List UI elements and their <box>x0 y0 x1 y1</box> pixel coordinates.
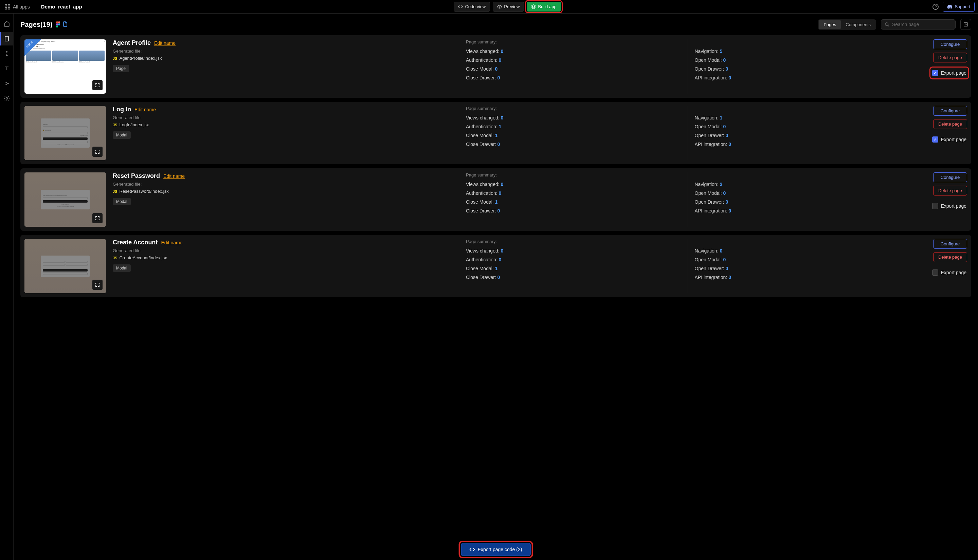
page-type-chip: Page <box>113 65 129 72</box>
rail-pages[interactable] <box>0 32 13 45</box>
delete-page-button[interactable]: Delete page <box>933 53 967 62</box>
discord-icon <box>947 4 953 9</box>
search-wrap <box>881 19 956 30</box>
configure-button[interactable]: Configure <box>933 172 967 182</box>
rail-workflow[interactable] <box>0 77 13 90</box>
svg-rect-2 <box>5 7 7 9</box>
stat-api-integration: API integration: 0 <box>695 208 916 213</box>
home-badge: Home <box>25 39 42 56</box>
export-checkbox[interactable] <box>932 203 938 209</box>
code-view-label: Code view <box>465 4 486 9</box>
svg-point-11 <box>58 23 60 25</box>
export-code-label: Export page code (2) <box>478 547 522 552</box>
stats-right-col: Navigation: 5 Open Modal: 0 Open Drawer:… <box>688 39 916 94</box>
search-icon <box>885 22 890 27</box>
page-info: Agent Profile Edit name Generated file: … <box>113 39 459 94</box>
expand-icon[interactable] <box>92 280 103 290</box>
js-icon: JS <box>113 256 117 260</box>
svg-point-13 <box>885 23 888 26</box>
content-header: Pages(19) <box>13 13 978 35</box>
page-actions: Configure Delete page Export page <box>923 172 967 227</box>
page-stats: Page summary: Views changed: 0 Authentic… <box>466 106 916 160</box>
export-checkbox[interactable]: ✓ <box>932 137 938 143</box>
generated-file-path: JS LogIn/index.jsx <box>113 122 459 127</box>
rail-settings[interactable] <box>0 92 13 105</box>
delete-page-button[interactable]: Delete page <box>933 186 967 195</box>
svg-rect-5 <box>5 36 8 41</box>
stat-views-changed: Views changed: 0 <box>466 115 688 120</box>
page-stats: Page summary: Views changed: 0 Authentic… <box>466 239 916 293</box>
header-center: Code view Preview Build app <box>454 2 561 12</box>
rail-integrations[interactable] <box>0 47 13 60</box>
page-thumbnail[interactable]: Create Account× ☐ I agree to all Terms &… <box>25 239 106 293</box>
preview-button[interactable]: Preview <box>493 2 524 12</box>
svg-point-10 <box>56 23 58 25</box>
stat-api-integration: API integration: 0 <box>695 142 916 147</box>
export-page-label: Export page <box>941 70 967 76</box>
header-right: ? Support <box>933 2 975 12</box>
expand-icon[interactable] <box>92 80 103 90</box>
generated-file-path: JS CreateAccount/index.jsx <box>113 255 459 260</box>
edit-name-link[interactable]: Edit name <box>164 173 185 179</box>
help-icon[interactable]: ? <box>933 4 939 10</box>
stat-open-drawer: Open Drawer: 0 <box>695 66 916 72</box>
rail-home[interactable] <box>0 17 13 30</box>
stat-close-drawer: Close Drawer: 0 <box>466 75 688 80</box>
page-list[interactable]: Home ⬡HomeListAgentsPropertyBlogSearch● … <box>13 35 978 560</box>
generated-file-label: Generated file: <box>113 115 459 120</box>
app-title: Demo_react_app <box>41 4 82 10</box>
export-page-code-button[interactable]: Export page code (2) <box>461 543 531 556</box>
page-thumbnail[interactable]: Home ⬡HomeListAgentsPropertyBlogSearch● … <box>25 39 106 94</box>
stat-api-integration: API integration: 0 <box>695 75 916 80</box>
js-icon: JS <box>113 56 117 60</box>
export-bar: Export page code (2) <box>461 543 531 556</box>
expand-icon[interactable] <box>92 147 103 157</box>
edit-name-link[interactable]: Edit name <box>135 107 156 112</box>
stats-right-col: Navigation: 0 Open Modal: 0 Open Drawer:… <box>688 239 916 293</box>
export-checkbox[interactable] <box>932 270 938 276</box>
export-checkbox[interactable]: ✓ <box>932 70 938 76</box>
page-settings-button[interactable] <box>960 19 971 30</box>
page-summary-label: Page summary: <box>466 172 688 178</box>
export-page-row: ✓ Export page <box>931 135 968 144</box>
generated-file-path: JS ResetPassword/index.jsx <box>113 189 459 194</box>
build-app-button[interactable]: Build app <box>527 2 561 12</box>
content-area: Pages(19) <box>13 13 978 560</box>
stat-authentication: Authentication: 0 <box>466 190 688 196</box>
document-icon[interactable] <box>63 22 68 27</box>
tab-components[interactable]: Components <box>841 20 875 29</box>
configure-button[interactable]: Configure <box>933 106 967 116</box>
support-button[interactable]: Support <box>943 2 975 12</box>
svg-rect-1 <box>8 4 10 6</box>
tab-pages[interactable]: Pages <box>819 20 841 29</box>
expand-icon[interactable] <box>92 213 103 223</box>
delete-page-button[interactable]: Delete page <box>933 119 967 129</box>
page-stats: Page summary: Views changed: 0 Authentic… <box>466 172 916 227</box>
eye-icon <box>497 4 502 9</box>
export-page-label: Export page <box>941 203 967 209</box>
page-thumbnail[interactable]: Log In× ✉ email 🔒 password Forgot Passwo… <box>25 106 106 160</box>
stat-api-integration: API integration: 0 <box>695 275 916 280</box>
svg-point-12 <box>56 25 58 27</box>
all-apps-button[interactable]: All apps <box>3 3 31 11</box>
preview-label: Preview <box>504 4 519 9</box>
page-card: Home ⬡HomeListAgentsPropertyBlogSearch● … <box>20 35 971 98</box>
page-thumbnail[interactable]: Reset Password× Enter the email address … <box>25 172 106 227</box>
svg-rect-3 <box>8 7 10 9</box>
top-header: All apps Demo_react_app Code view Previe… <box>0 0 978 13</box>
edit-name-link[interactable]: Edit name <box>161 240 182 245</box>
build-app-label: Build app <box>538 4 556 9</box>
figma-icon[interactable] <box>56 22 60 27</box>
edit-name-link[interactable]: Edit name <box>154 40 175 46</box>
delete-page-button[interactable]: Delete page <box>933 252 967 262</box>
configure-button[interactable]: Configure <box>933 239 967 249</box>
svg-point-15 <box>965 24 966 25</box>
svg-point-8 <box>56 22 58 23</box>
search-input[interactable] <box>892 22 952 27</box>
code-view-button[interactable]: Code view <box>454 2 490 12</box>
configure-button[interactable]: Configure <box>933 39 967 49</box>
rail-text[interactable] <box>0 62 13 75</box>
stats-right-col: Navigation: 2 Open Modal: 0 Open Drawer:… <box>688 172 916 227</box>
generated-file-label: Generated file: <box>113 182 459 187</box>
stat-close-modal: Close Modal: 0 <box>466 66 688 72</box>
